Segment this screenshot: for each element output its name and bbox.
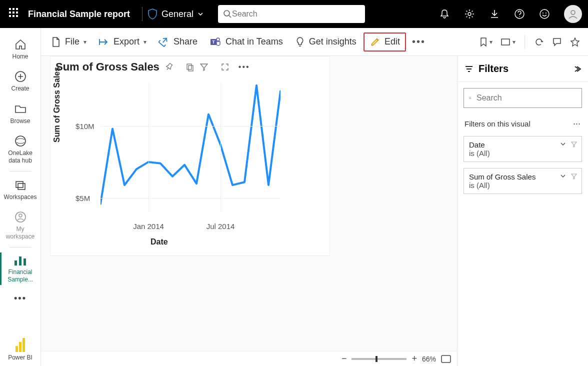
feedback-smile-icon[interactable] bbox=[539, 8, 550, 20]
x-axis-label: Date bbox=[150, 238, 168, 246]
line-chart-visual[interactable]: Sum of Gross Sales ••• Sum of Gross Sale… bbox=[50, 56, 330, 256]
sensitivity-dropdown[interactable]: General bbox=[148, 8, 204, 20]
zoom-slider[interactable] bbox=[352, 358, 406, 360]
chevron-down-icon bbox=[198, 11, 204, 17]
svg-point-7 bbox=[546, 12, 546, 14]
bookmark-icon bbox=[480, 37, 488, 47]
clear-filter-icon[interactable] bbox=[570, 172, 578, 180]
chevron-down-icon: ▾ bbox=[84, 38, 86, 46]
svg-point-4 bbox=[519, 16, 520, 17]
plus-circle-icon bbox=[14, 70, 27, 83]
powerbi-logo-icon bbox=[16, 338, 26, 352]
chevron-down-icon: ▾ bbox=[144, 38, 146, 46]
nav-home[interactable]: Home bbox=[0, 33, 40, 65]
visual-header: Sum of Gross Sales ••• bbox=[50, 56, 330, 78]
clear-filter-icon[interactable] bbox=[570, 140, 578, 148]
copy-icon[interactable] bbox=[186, 62, 194, 72]
nav-onelake[interactable]: OneLake data hub bbox=[0, 130, 40, 169]
refresh-button[interactable] bbox=[531, 35, 547, 49]
nav-label: Financial Sample... bbox=[2, 268, 38, 283]
zoom-in-button[interactable]: + bbox=[412, 354, 417, 364]
chevron-down-icon[interactable] bbox=[560, 140, 566, 148]
plot-area bbox=[100, 82, 280, 212]
help-icon[interactable] bbox=[514, 8, 525, 20]
chevron-down-icon: ▾ bbox=[490, 38, 492, 46]
chevron-down-icon[interactable] bbox=[560, 172, 566, 180]
nav-my-workspace[interactable]: My workspace bbox=[0, 206, 40, 245]
filters-search-input[interactable] bbox=[476, 94, 576, 102]
filter-card-gross-sales[interactable]: Sum of Gross Sales is (All) bbox=[464, 168, 582, 194]
more-commands[interactable]: ••• bbox=[408, 36, 430, 48]
filters-search[interactable] bbox=[464, 88, 582, 108]
svg-rect-11 bbox=[16, 182, 23, 188]
bookmark-dropdown[interactable]: ▾ bbox=[476, 35, 496, 49]
notifications-icon[interactable] bbox=[439, 8, 450, 20]
my-workspace-icon bbox=[14, 210, 27, 224]
svg-rect-17 bbox=[24, 258, 26, 266]
filter-icon[interactable] bbox=[200, 62, 208, 72]
filter-card-date[interactable]: Date is (All) bbox=[464, 136, 582, 162]
collapse-pane-icon[interactable] bbox=[573, 66, 581, 72]
nav-create[interactable]: Create bbox=[0, 65, 40, 97]
svg-point-6 bbox=[542, 12, 544, 14]
cmd-label: Get insights bbox=[309, 36, 356, 47]
refresh-icon bbox=[534, 37, 544, 47]
chart-area: Sum of Gross Sales Date $10M $5M Jan 201… bbox=[50, 78, 330, 248]
person-icon bbox=[568, 8, 578, 20]
visual-title: Sum of Gross Sales bbox=[56, 60, 160, 74]
svg-rect-24 bbox=[442, 356, 450, 362]
zoom-percent: 66% bbox=[422, 355, 436, 363]
x-tick: Jan 2014 bbox=[133, 222, 164, 230]
chat-teams-button[interactable]: T Chat in Teams bbox=[204, 34, 288, 50]
visual-more-icon[interactable]: ••• bbox=[234, 62, 254, 72]
cmd-label: Share bbox=[174, 36, 198, 47]
section-more-icon[interactable]: ⋯ bbox=[573, 119, 581, 128]
view-dropdown[interactable]: ▾ bbox=[498, 36, 518, 48]
view-rect-icon bbox=[500, 38, 510, 46]
global-search-input[interactable] bbox=[232, 10, 360, 18]
pin-icon[interactable] bbox=[164, 62, 174, 72]
nav-workspaces[interactable]: Workspaces bbox=[0, 174, 40, 206]
svg-rect-21 bbox=[502, 39, 510, 45]
export-menu[interactable]: Export ▾ bbox=[94, 34, 152, 50]
chevron-down-icon: ▾ bbox=[512, 38, 516, 46]
gridline bbox=[220, 82, 221, 212]
shield-icon bbox=[148, 8, 158, 20]
lightbulb-icon bbox=[295, 36, 305, 48]
star-icon bbox=[570, 37, 580, 47]
status-bar: − + 66% bbox=[41, 351, 457, 366]
report-canvas[interactable]: Sum of Gross Sales ••• Sum of Gross Sale… bbox=[41, 56, 457, 366]
zoom-out-button[interactable]: − bbox=[342, 354, 347, 364]
share-button[interactable]: Share bbox=[154, 34, 202, 50]
app-launcher-icon[interactable] bbox=[9, 8, 21, 20]
nav-powerbi[interactable]: Power BI bbox=[0, 333, 40, 366]
y-tick: $10M bbox=[76, 122, 94, 130]
share-icon bbox=[158, 37, 170, 47]
sensitivity-label: General bbox=[162, 9, 194, 20]
settings-gear-icon[interactable] bbox=[464, 8, 475, 20]
svg-point-10 bbox=[16, 136, 26, 146]
nav-financial-sample[interactable]: Financial Sample... bbox=[0, 250, 40, 288]
account-avatar[interactable] bbox=[564, 5, 582, 23]
favorite-button[interactable] bbox=[567, 35, 583, 49]
nav-label: Create bbox=[11, 85, 29, 92]
get-insights-button[interactable]: Get insights bbox=[290, 34, 362, 50]
edit-button[interactable]: Edit bbox=[364, 32, 406, 52]
svg-text:T: T bbox=[212, 40, 215, 44]
focus-mode-icon[interactable] bbox=[220, 62, 230, 72]
filters-section-header: Filters on this visual ⋯ bbox=[458, 114, 588, 133]
nav-label: My workspace bbox=[2, 226, 38, 240]
comment-button[interactable] bbox=[549, 35, 565, 49]
global-search[interactable] bbox=[218, 5, 365, 23]
nav-browse[interactable]: Browse bbox=[0, 98, 40, 130]
report-title: Financial Sample report bbox=[28, 9, 130, 20]
download-icon[interactable] bbox=[489, 8, 500, 20]
command-bar: File ▾ Export ▾ Share T Chat in Teams Ge… bbox=[41, 28, 588, 56]
top-app-bar: Financial Sample report General bbox=[0, 0, 588, 28]
svg-rect-12 bbox=[18, 184, 25, 190]
file-menu[interactable]: File ▾ bbox=[46, 34, 92, 50]
separator bbox=[142, 7, 142, 21]
fit-page-icon[interactable] bbox=[441, 355, 451, 363]
report-bars-icon bbox=[14, 254, 28, 266]
nav-more[interactable]: ••• bbox=[0, 288, 40, 308]
